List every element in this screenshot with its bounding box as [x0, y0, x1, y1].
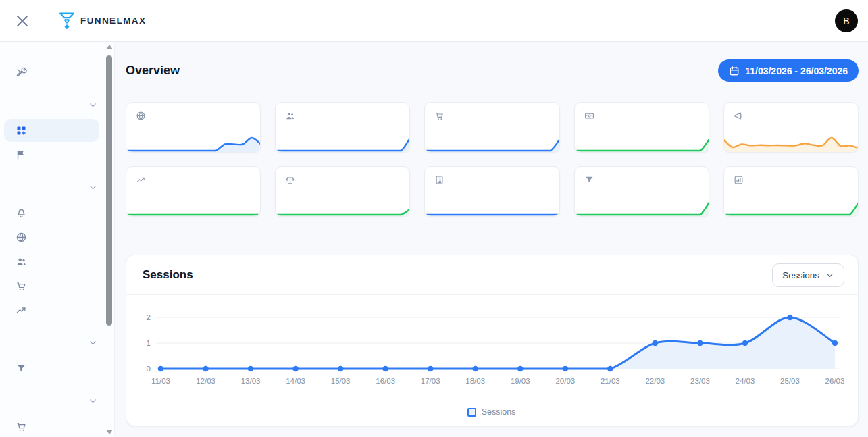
kpi-card-header: [734, 111, 848, 121]
data-point: [742, 340, 748, 346]
kpi-card-leads[interactable]: [275, 102, 410, 153]
close-sidebar-button[interactable]: [14, 12, 32, 30]
users-icon: [285, 111, 295, 121]
data-point: [428, 366, 434, 372]
kpi-card-cost-per-sale[interactable]: [424, 166, 559, 217]
date-range-label: 11/03/2026 - 26/03/2026: [745, 66, 848, 76]
scroll-down-icon[interactable]: [106, 430, 113, 434]
sidebar-item-overview[interactable]: [4, 119, 99, 142]
kpi-card-header: [136, 175, 251, 185]
calculator-icon: [434, 175, 444, 185]
sparkline: [574, 199, 709, 217]
y-tick-label: 0: [147, 365, 151, 373]
kpi-card-header: [734, 175, 848, 185]
scroll-up-icon[interactable]: [106, 45, 113, 49]
kpi-sparkline: [275, 199, 410, 217]
sidebar-section-integrations[interactable]: [0, 390, 105, 411]
kpi-card-sales[interactable]: [424, 102, 559, 153]
kpi-sparkline: [126, 199, 261, 217]
avatar-initial: B: [843, 16, 849, 26]
chart-area: 01211/0312/0313/0314/0315/0316/0317/0318…: [126, 295, 858, 417]
sparkline: [424, 199, 559, 217]
sidebar-section-data[interactable]: [0, 177, 105, 197]
x-tick-label: 11/03: [151, 377, 170, 385]
kpi-card-profit[interactable]: [275, 166, 410, 217]
legend-label: Sessions: [482, 407, 516, 417]
sparkline: [126, 135, 261, 153]
sidebar-item-paid-media[interactable]: [4, 201, 99, 224]
sidebar-item-flow-insights[interactable]: [4, 143, 99, 166]
data-point: [292, 366, 299, 372]
sidebar-item-leads[interactable]: [4, 250, 99, 273]
data-point: [832, 340, 838, 346]
sidebar-section-dashboard[interactable]: [0, 95, 105, 115]
sparkline: [723, 135, 859, 153]
cart-icon: [16, 280, 27, 292]
data-point: [248, 366, 254, 372]
chart-title: Sessions: [143, 268, 193, 282]
x-tick-label: 18/03: [465, 377, 485, 385]
kpi-sparkline: [424, 199, 559, 217]
sparkline: [424, 135, 559, 153]
x-tick-label: 25/03: [780, 377, 800, 385]
x-tick-label: 15/03: [331, 377, 351, 385]
x-tick-label: 12/03: [196, 377, 215, 385]
x-tick-label: 17/03: [421, 377, 440, 385]
scales-icon: [285, 175, 295, 185]
sidebar-item-begin-checkouts[interactable]: [4, 274, 99, 297]
data-point: [203, 366, 209, 372]
kpi-card-roas[interactable]: [126, 166, 261, 217]
x-tick-label: 16/03: [376, 377, 395, 385]
chart-header: Sessions Sessions: [126, 255, 858, 295]
banknote-icon: [584, 111, 594, 121]
sidebar-item-item[interactable]: [4, 415, 99, 437]
kpi-sparkline: [126, 135, 261, 153]
funnel-icon: [16, 363, 27, 374]
sidebar-item-admin[interactable]: [4, 61, 99, 84]
kpi-card-sale-conversion-rate[interactable]: [723, 166, 859, 217]
x-tick-label: 22/03: [645, 377, 665, 385]
cart-icon: [16, 421, 27, 432]
brand-name: FUNNELMAX: [80, 16, 146, 26]
sidebar-item-sessions[interactable]: [4, 226, 99, 249]
sidebar-item-flows[interactable]: [4, 357, 99, 380]
top-bar: FUNNELMAX B: [0, 0, 868, 42]
cart-icon: [434, 111, 444, 121]
metric-dropdown[interactable]: Sessions: [772, 263, 844, 287]
kpi-card-header: [285, 175, 400, 185]
chevron-down-icon: [88, 182, 98, 192]
legend-item-sessions[interactable]: Sessions: [467, 407, 516, 417]
x-tick-label: 20/03: [555, 377, 575, 385]
flag-icon: [16, 149, 27, 161]
sidebar-nav: [0, 42, 114, 437]
sidebar-section-funnels[interactable]: [0, 332, 105, 353]
chevron-down-icon: [88, 100, 98, 110]
kpi-card-sessions[interactable]: [126, 102, 261, 153]
globe-icon: [136, 111, 146, 121]
kpi-sparkline: [723, 135, 859, 153]
trend-icon: [136, 175, 146, 185]
data-point: [382, 366, 388, 372]
data-point: [563, 366, 569, 372]
kpi-card-revenue[interactable]: [574, 102, 709, 153]
date-range-button[interactable]: 11/03/2026 - 26/03/2026: [718, 59, 859, 82]
x-tick-label: 13/03: [241, 377, 261, 385]
sparkline: [574, 135, 709, 153]
kpi-card-header: [434, 111, 549, 121]
data-point: [517, 366, 524, 372]
kpi-sparkline: [574, 199, 709, 217]
data-point: [338, 366, 344, 372]
kpi-card-spend[interactable]: [723, 102, 859, 153]
kpi-card-lead-conversion-rate[interactable]: [574, 166, 709, 217]
bell-icon: [16, 207, 27, 219]
kpi-sparkline: [275, 135, 410, 153]
sidebar-scrollbar[interactable]: [105, 42, 113, 437]
sparkline: [723, 199, 859, 217]
sparkline: [275, 135, 410, 153]
sparkline: [275, 199, 410, 217]
metric-dropdown-value: Sessions: [782, 270, 819, 280]
sidebar-item-sales[interactable]: [4, 299, 99, 322]
scrollbar-thumb[interactable]: [106, 55, 112, 326]
sessions-chart-card: Sessions Sessions 01211/0312/0313/0314/0…: [126, 255, 859, 426]
avatar[interactable]: B: [835, 9, 858, 32]
